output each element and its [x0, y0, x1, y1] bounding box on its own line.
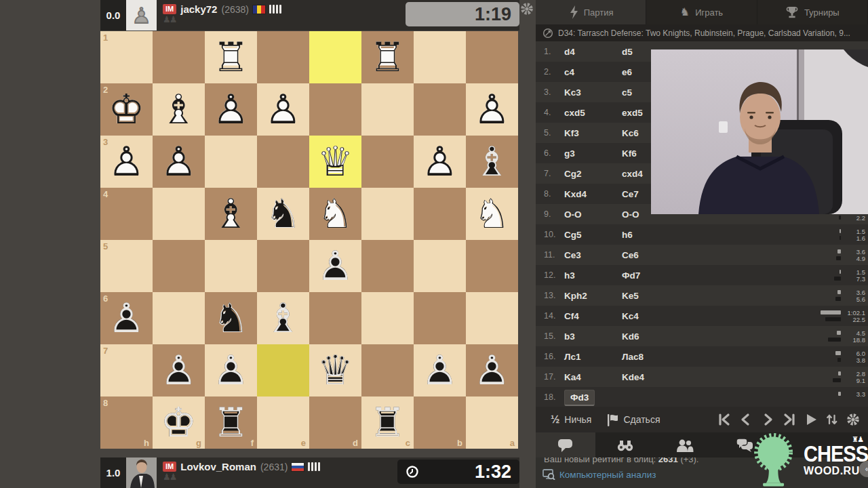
black-pawn-h6[interactable]: ♟♙ — [100, 292, 153, 344]
black-rook-f8[interactable]: ♜♖ — [205, 396, 257, 449]
square-f8[interactable]: f♜♖ — [205, 396, 257, 449]
white-move[interactable]: Kc3 — [564, 87, 622, 98]
square-a5[interactable] — [466, 240, 518, 292]
white-move[interactable]: b3 — [564, 331, 622, 342]
square-e1[interactable] — [257, 31, 309, 83]
white-queen-d3[interactable]: ♛♕ — [309, 136, 361, 188]
flip-board-button[interactable] — [826, 413, 838, 426]
white-move[interactable]: O-O — [564, 209, 622, 220]
white-move[interactable]: Cg2 — [564, 169, 622, 179]
square-e2[interactable]: ♟♙ — [257, 83, 309, 136]
previous-move-button[interactable] — [739, 413, 753, 426]
square-d8[interactable]: d — [309, 396, 361, 449]
square-f6[interactable]: ♞♘ — [205, 292, 257, 344]
black-move[interactable]: Kd6 — [622, 331, 679, 342]
black-move[interactable]: Ke5 — [622, 291, 679, 301]
square-f2[interactable]: ♟♙ — [205, 83, 257, 136]
white-move[interactable]: c4 — [564, 67, 622, 77]
square-e5[interactable] — [257, 240, 309, 292]
square-b1[interactable] — [414, 31, 466, 83]
black-knight-f6[interactable]: ♞♘ — [205, 292, 257, 344]
square-b4[interactable] — [414, 188, 466, 240]
black-pawn-d5[interactable]: ♟♙ — [309, 240, 361, 292]
square-c2[interactable] — [361, 83, 414, 136]
square-a8[interactable]: a — [466, 396, 518, 449]
tab-game[interactable]: Партия — [536, 0, 646, 24]
square-g3[interactable]: ♟♙ — [153, 136, 205, 188]
black-bishop-a3[interactable]: ♝♗ — [466, 136, 518, 188]
white-bishop-g2[interactable]: ♝♗ — [153, 83, 205, 136]
square-h1[interactable]: 1 — [100, 31, 153, 83]
square-h7[interactable]: 7 — [100, 344, 153, 396]
tab-play[interactable]: ♞ Играть — [646, 0, 757, 24]
white-move[interactable]: g3 — [564, 148, 622, 159]
white-move[interactable]: Kph2 — [564, 291, 622, 301]
black-move[interactable]: Лac8 — [622, 352, 679, 362]
square-e7[interactable] — [257, 344, 309, 396]
black-queen-d7[interactable]: ♛♕ — [309, 344, 361, 396]
draw-button[interactable]: ½ Ничья — [551, 413, 591, 426]
square-c7[interactable] — [361, 344, 414, 396]
black-pawn-a7[interactable]: ♟♙ — [466, 344, 518, 396]
white-pawn-g3[interactable]: ♟♙ — [153, 136, 205, 188]
square-b5[interactable] — [414, 240, 466, 292]
square-g2[interactable]: ♝♗ — [153, 83, 205, 136]
white-move[interactable]: d4 — [564, 47, 622, 57]
white-move[interactable]: Фd3 — [564, 392, 622, 403]
black-pawn-f7[interactable]: ♟♙ — [205, 344, 257, 396]
white-move[interactable]: Лc1 — [564, 352, 622, 362]
square-a2[interactable]: ♟♙ — [466, 83, 518, 136]
square-b8[interactable]: b — [414, 396, 466, 449]
go-to-end-button[interactable] — [783, 413, 796, 426]
black-move[interactable]: Ce6 — [622, 250, 679, 260]
square-h3[interactable]: 3♟♙ — [100, 136, 153, 188]
white-pawn-b3[interactable]: ♟♙ — [414, 136, 466, 188]
autoplay-button[interactable] — [804, 413, 818, 426]
tab-chat[interactable] — [536, 432, 595, 458]
bottom-player-avatar[interactable] — [126, 458, 157, 488]
white-move[interactable]: Kf3 — [564, 128, 622, 138]
black-move[interactable]: Фd7 — [622, 270, 679, 281]
square-g1[interactable] — [153, 31, 205, 83]
opening-name-row[interactable]: D34: Tarrasch Defense: Two Knights, Rubi… — [536, 24, 868, 41]
square-c4[interactable] — [361, 188, 414, 240]
square-g4[interactable] — [153, 188, 205, 240]
black-rook-c8[interactable]: ♜♖ — [361, 396, 414, 449]
square-e4[interactable]: ♞♘ — [257, 188, 309, 240]
square-g6[interactable] — [153, 292, 205, 344]
white-king-h2[interactable]: ♚♔ — [100, 83, 153, 136]
square-h5[interactable]: 5 — [100, 240, 153, 292]
white-pawn-h3[interactable]: ♟♙ — [100, 136, 153, 188]
white-pawn-f2[interactable]: ♟♙ — [205, 83, 257, 136]
white-knight-d4[interactable]: ♞♘ — [309, 188, 361, 240]
square-h2[interactable]: 2♚♔ — [100, 83, 153, 136]
square-d2[interactable] — [309, 83, 361, 136]
resign-button[interactable]: Сдаться — [606, 413, 660, 426]
settings-gear-icon[interactable] — [846, 413, 860, 426]
square-a1[interactable] — [466, 31, 518, 83]
white-move[interactable]: Ka4 — [564, 372, 622, 382]
square-f5[interactable] — [205, 240, 257, 292]
square-d7[interactable]: ♛♕ — [309, 344, 361, 396]
tab-friends[interactable] — [655, 432, 715, 458]
square-h8[interactable]: 8h — [100, 396, 153, 449]
square-c1[interactable]: ♜♖ — [361, 31, 414, 83]
square-d3[interactable]: ♛♕ — [309, 136, 361, 188]
white-bishop-f4[interactable]: ♝♗ — [205, 188, 257, 240]
square-f1[interactable]: ♜♖ — [205, 31, 257, 83]
tab-tournaments[interactable]: Турниры — [757, 0, 868, 24]
white-move[interactable]: Cf4 — [564, 311, 622, 321]
tab-spectators[interactable] — [595, 432, 655, 458]
square-c8[interactable]: c♜♖ — [361, 396, 414, 449]
computer-analysis-link[interactable]: Компьютерный анализ — [542, 469, 656, 480]
square-g8[interactable]: g♚♔ — [153, 396, 205, 449]
square-g7[interactable]: ♟♙ — [153, 344, 205, 396]
square-e3[interactable] — [257, 136, 309, 188]
square-d1[interactable] — [309, 31, 361, 83]
black-pawn-g7[interactable]: ♟♙ — [153, 344, 205, 396]
square-c3[interactable] — [361, 136, 414, 188]
black-bishop-e6[interactable]: ♝♗ — [257, 292, 309, 344]
black-move[interactable]: h6 — [622, 230, 679, 240]
black-pawn-b7[interactable]: ♟♙ — [414, 344, 466, 396]
square-c5[interactable] — [361, 240, 414, 292]
